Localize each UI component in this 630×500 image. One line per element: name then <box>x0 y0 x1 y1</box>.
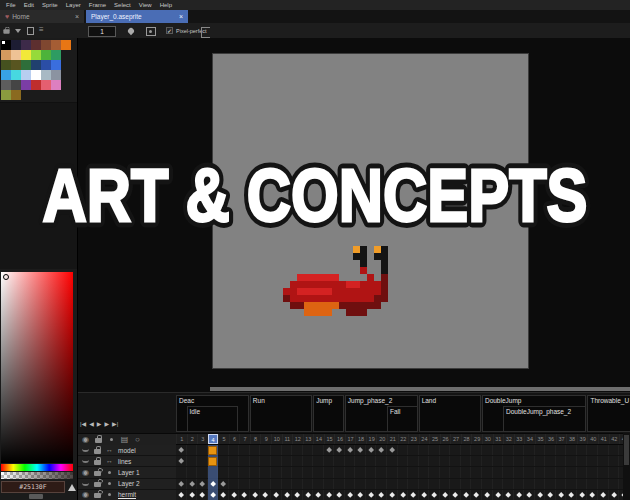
keyframe-dot[interactable] <box>537 492 543 498</box>
frame-number[interactable]: 11 <box>282 434 293 444</box>
frame-number[interactable]: 21 <box>387 434 398 444</box>
tab-home[interactable]: ♥ Home × <box>0 10 84 23</box>
palette-swatch[interactable] <box>51 60 61 70</box>
palette-swatch[interactable] <box>31 70 41 80</box>
keyframe-dot[interactable] <box>547 492 553 498</box>
menu-item-sprite[interactable]: Sprite <box>38 0 62 10</box>
lock-column-icon[interactable] <box>93 435 104 445</box>
palette-swatch[interactable] <box>41 80 51 90</box>
frame-number[interactable]: 26 <box>440 434 451 444</box>
keyframe-dot[interactable] <box>231 492 237 498</box>
menu-item-select[interactable]: Select <box>110 0 135 10</box>
palette-options-icon[interactable]: ≡ <box>39 26 44 34</box>
frame-number[interactable]: 19 <box>366 434 377 444</box>
keyframe-dot[interactable] <box>178 458 184 464</box>
frame-number[interactable]: 18 <box>355 434 366 444</box>
keyframe-dot[interactable] <box>495 492 501 498</box>
keyframe-dot[interactable] <box>600 492 606 498</box>
play-button[interactable]: ▶ <box>97 420 102 428</box>
ink-value-input[interactable] <box>88 26 116 37</box>
palette-swatch[interactable] <box>11 80 21 90</box>
frame-number[interactable]: 27 <box>450 434 461 444</box>
menu-item-edit[interactable]: Edit <box>20 0 38 10</box>
palette-swatch[interactable] <box>1 40 11 50</box>
tab-home-close-icon[interactable]: × <box>75 13 79 20</box>
palette-swatch[interactable] <box>21 80 31 90</box>
palette-swatch[interactable] <box>31 80 41 90</box>
frame-number[interactable]: 25 <box>429 434 440 444</box>
alpha-slider[interactable] <box>1 472 73 479</box>
keyframe-dot[interactable] <box>611 492 617 498</box>
layer-continuous-toggle[interactable] <box>104 479 115 489</box>
keyframe-dot[interactable] <box>189 492 195 498</box>
skip-first-button[interactable]: |◀ <box>80 420 86 428</box>
palette-swatch[interactable] <box>11 70 21 80</box>
keyframe-dot[interactable] <box>452 492 458 498</box>
frame-number[interactable]: 2 <box>187 434 198 444</box>
keyframe-dot[interactable] <box>199 492 205 498</box>
frame-number[interactable]: 8 <box>250 434 261 444</box>
frame-number[interactable]: 12 <box>292 434 303 444</box>
frame-number[interactable]: 16 <box>334 434 345 444</box>
palette-lock-icon[interactable] <box>3 27 10 34</box>
layer-row-layer-2[interactable]: Layer 2 <box>78 479 630 490</box>
keyframe-dot[interactable] <box>262 492 268 498</box>
palette-swatch[interactable] <box>21 50 31 60</box>
frame-number[interactable]: 13 <box>303 434 314 444</box>
keyframe-dot[interactable] <box>294 492 300 498</box>
palette-swatch[interactable] <box>21 40 31 50</box>
keyframe-dot[interactable] <box>305 492 311 498</box>
keyframe-dot[interactable] <box>220 492 226 498</box>
keyframe-cell-active[interactable] <box>208 446 218 456</box>
frame-cells[interactable] <box>176 467 630 478</box>
keyframe-dot[interactable] <box>579 492 585 498</box>
layer-lock-toggle[interactable] <box>92 445 103 455</box>
frame-number[interactable]: 35 <box>535 434 546 444</box>
keyframe-dot[interactable] <box>336 492 342 498</box>
hue-slider[interactable] <box>1 464 73 471</box>
continuous-column-icon[interactable] <box>106 435 117 445</box>
palette-swatch[interactable] <box>11 50 21 60</box>
layer-continuous-toggle[interactable] <box>104 467 115 477</box>
palette-swatch[interactable] <box>41 60 51 70</box>
keyframe-dot[interactable] <box>347 492 353 498</box>
layer-visibility-toggle[interactable] <box>80 445 91 455</box>
tab-player-close-icon[interactable]: × <box>179 13 183 20</box>
color-picker-gradient[interactable] <box>1 272 73 463</box>
frame-number[interactable]: 34 <box>524 434 535 444</box>
keyframe-dot[interactable] <box>400 492 406 498</box>
keyframe-dot[interactable] <box>368 447 374 453</box>
frame-number[interactable]: 1 <box>176 434 187 444</box>
animation-tag-run[interactable]: Run <box>250 395 312 432</box>
palette-sort-icon[interactable] <box>15 29 21 33</box>
frame-number[interactable]: 6 <box>229 434 240 444</box>
keyframe-dot[interactable] <box>442 492 448 498</box>
palette-swatch[interactable] <box>31 40 41 50</box>
frame-number[interactable]: 3 <box>197 434 208 444</box>
frame-number[interactable]: 30 <box>482 434 493 444</box>
frame-number[interactable]: 28 <box>461 434 472 444</box>
palette-swatch[interactable] <box>51 80 61 90</box>
palette-swatch[interactable] <box>1 90 11 100</box>
next-frame-button[interactable]: ▶ <box>104 420 109 428</box>
layer-visibility-toggle[interactable]: ◉ <box>80 490 91 500</box>
frame-number[interactable]: 10 <box>271 434 282 444</box>
palette-swatch[interactable] <box>11 60 21 70</box>
keyframe-dot[interactable] <box>379 447 385 453</box>
keyframe-dot[interactable] <box>389 447 395 453</box>
layer-link-toggle[interactable]: ↔ <box>104 456 115 466</box>
prev-frame-button[interactable]: ◀ <box>89 420 94 428</box>
palette-swatch[interactable] <box>11 90 21 100</box>
keyframe-dot[interactable] <box>220 481 226 487</box>
layer-row-hermit[interactable]: ◉hermit <box>78 490 630 500</box>
frame-number[interactable]: 39 <box>577 434 588 444</box>
keyframe-dot[interactable] <box>252 492 258 498</box>
keyframe-dot[interactable] <box>379 492 385 498</box>
layer-visibility-toggle[interactable] <box>80 479 91 489</box>
frame-number[interactable]: 36 <box>545 434 556 444</box>
animation-tag-idle[interactable]: Idle <box>187 406 239 432</box>
onion-skin-icon[interactable]: ○ <box>132 435 143 445</box>
keyframe-dot[interactable] <box>484 492 490 498</box>
keyframe-dot[interactable] <box>178 447 184 453</box>
palette-swatch[interactable] <box>51 40 61 50</box>
